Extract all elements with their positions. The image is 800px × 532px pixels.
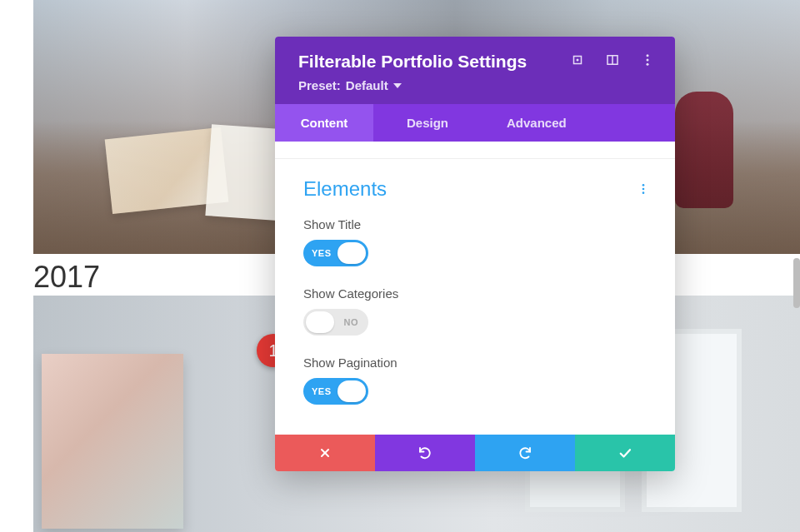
settings-modal: Filterable Portfolio Settings bbox=[275, 37, 675, 471]
section-more-icon[interactable] bbox=[637, 182, 650, 196]
toggle-show-title[interactable]: YES bbox=[303, 240, 368, 266]
decorative-shape bbox=[675, 92, 733, 208]
toggle-on-label: YES bbox=[312, 248, 332, 258]
svg-point-4 bbox=[647, 54, 649, 57]
tab-content[interactable]: Content bbox=[275, 104, 373, 142]
modal-body: Elements Show Title YES Show Categories … bbox=[275, 142, 675, 435]
divider bbox=[275, 158, 675, 159]
svg-point-6 bbox=[647, 63, 649, 66]
label-show-categories: Show Categories bbox=[303, 286, 650, 301]
toggle-on-label: YES bbox=[312, 386, 332, 396]
toggle-knob bbox=[338, 242, 366, 264]
toggle-knob bbox=[338, 380, 366, 402]
svg-point-5 bbox=[647, 59, 649, 62]
svg-point-7 bbox=[642, 184, 645, 186]
preset-prefix: Preset: bbox=[298, 78, 341, 92]
label-show-title: Show Title bbox=[303, 217, 650, 231]
redo-icon bbox=[518, 445, 532, 460]
panel-split-icon[interactable] bbox=[605, 52, 620, 71]
svg-point-8 bbox=[642, 188, 645, 191]
toggle-show-pagination[interactable]: YES bbox=[303, 378, 368, 405]
tab-advanced[interactable]: Advanced bbox=[482, 104, 675, 142]
preset-dropdown[interactable]: Preset: Default bbox=[298, 78, 655, 92]
more-vertical-icon[interactable] bbox=[640, 52, 655, 71]
expand-icon[interactable] bbox=[570, 52, 585, 71]
modal-title: Filterable Portfolio Settings bbox=[298, 52, 570, 72]
undo-icon bbox=[418, 445, 432, 460]
scrollbar-thumb[interactable] bbox=[793, 258, 800, 308]
tab-design[interactable]: Design bbox=[373, 104, 482, 142]
field-show-title: Show Title YES bbox=[303, 217, 650, 266]
section-title-elements[interactable]: Elements bbox=[303, 177, 637, 201]
modal-footer bbox=[275, 435, 675, 471]
redo-button[interactable] bbox=[475, 435, 575, 471]
check-icon bbox=[618, 445, 632, 460]
caret-down-icon bbox=[393, 83, 402, 88]
preset-value: Default bbox=[346, 78, 388, 92]
svg-point-1 bbox=[577, 59, 579, 62]
save-button[interactable] bbox=[575, 435, 675, 471]
label-show-pagination: Show Pagination bbox=[303, 355, 650, 370]
decorative-shape bbox=[42, 354, 183, 529]
toggle-show-categories[interactable]: NO bbox=[303, 309, 368, 336]
undo-button[interactable] bbox=[375, 435, 475, 471]
close-icon bbox=[318, 446, 332, 460]
modal-header: Filterable Portfolio Settings bbox=[275, 37, 675, 104]
svg-point-9 bbox=[642, 191, 645, 194]
cancel-button[interactable] bbox=[275, 435, 375, 471]
toggle-knob bbox=[306, 311, 334, 333]
portfolio-item-title: 2017 bbox=[33, 260, 100, 295]
field-show-categories: Show Categories NO bbox=[303, 286, 650, 336]
field-show-pagination: Show Pagination YES bbox=[303, 355, 650, 405]
toggle-off-label: NO bbox=[344, 317, 359, 327]
modal-tabs: Content Design Advanced bbox=[275, 104, 675, 142]
